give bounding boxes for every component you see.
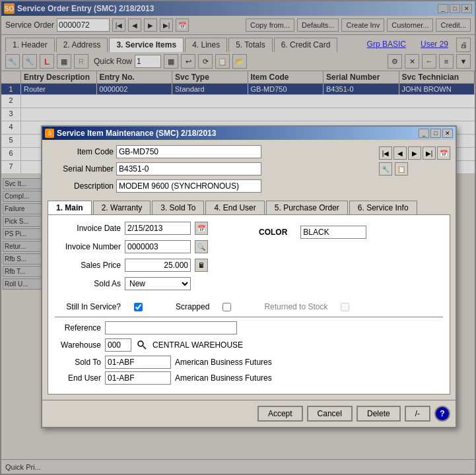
end-user-row: End User American Business Futures — [55, 371, 443, 385]
invoice-date-calendar[interactable]: 📅 — [195, 222, 208, 235]
still-in-service-label: Still In Service? — [55, 302, 121, 311]
modal-nav-prev[interactable]: ◀ — [393, 146, 407, 160]
modal-title-left: S Service Item Maintenance (SMC) 2/18/20… — [45, 129, 216, 138]
color-value-input[interactable] — [300, 226, 366, 239]
modal-nav-first[interactable]: |◀ — [379, 146, 392, 160]
invoice-date-row: Invoice Date 📅 — [55, 222, 239, 235]
color-section: COLOR — [259, 226, 443, 239]
warehouse-row: Warehouse CENTRAL WAREHOUSE — [55, 338, 443, 352]
item-code-row: Item Code — [48, 145, 372, 158]
color-row: COLOR — [259, 226, 443, 239]
end-user-code-input[interactable] — [105, 371, 171, 385]
scrapped-checkbox[interactable] — [222, 303, 231, 311]
delete-button[interactable]: Delete — [357, 406, 401, 422]
warehouse-label: Warehouse — [55, 340, 101, 350]
help-button[interactable]: ? — [434, 406, 450, 422]
reference-input[interactable] — [105, 321, 237, 334]
modal-body: Item Code Serial Number Description — [42, 140, 456, 400]
sold-as-label: Sold As — [55, 279, 121, 288]
modal-icon: S — [45, 129, 54, 138]
svg-point-0 — [138, 341, 143, 346]
modal-nav-next[interactable]: ▶ — [408, 146, 421, 160]
description-row: Description — [48, 179, 372, 193]
checkbox-row: Still In Service? Scrapped Returned to S… — [55, 302, 443, 311]
invoice-date-label: Invoice Date — [55, 224, 121, 233]
warehouse-code-input[interactable] — [105, 338, 131, 352]
reference-label: Reference — [55, 323, 101, 332]
sold-as-row: Sold As New Used Demo Refurbished — [55, 277, 239, 290]
modal-tabs: 1. Main 2. Warranty 3. Sold To 4. End Us… — [48, 201, 450, 215]
color-label: COLOR — [259, 228, 287, 237]
modal-tab-service-info[interactable]: 6. Service Info — [349, 201, 417, 214]
modal-tab-warranty[interactable]: 2. Warranty — [93, 201, 151, 214]
modal-tab-purchase-order[interactable]: 5. Purchase Order — [266, 201, 348, 214]
invoice-number-label: Invoice Number — [55, 242, 121, 251]
sales-price-row: Sales Price 🖩 — [55, 259, 239, 272]
modal-minimize-button[interactable]: _ — [419, 129, 429, 138]
modal-tool-2[interactable]: 📋 — [395, 162, 408, 175]
sales-price-calc[interactable]: 🖩 — [195, 259, 208, 272]
main-window: SO Service Order Entry (SMC) 2/18/2013 _… — [0, 0, 476, 475]
item-code-label: Item Code — [48, 147, 114, 156]
item-code-input[interactable] — [116, 145, 261, 158]
svg-line-1 — [143, 346, 147, 350]
modal-footer: Accept Cancel Delete /- ? — [42, 400, 456, 427]
sold-to-code-input[interactable] — [105, 356, 171, 369]
warehouse-name: CENTRAL WAREHOUSE — [153, 340, 243, 350]
tab-left: Invoice Date 📅 Invoice Number 🔍 Sales Pr… — [55, 222, 239, 296]
modal-tab-end-user[interactable]: 4. End User — [205, 201, 264, 214]
tab-right: COLOR — [246, 222, 443, 296]
modal-nav-last[interactable]: ▶| — [423, 146, 436, 160]
end-user-name: American Business Futures — [175, 373, 272, 383]
description-input[interactable] — [116, 179, 261, 193]
sold-as-select[interactable]: New Used Demo Refurbished — [125, 277, 191, 290]
invoice-date-input[interactable] — [125, 222, 191, 235]
modal-tab-main[interactable]: 1. Main — [48, 201, 92, 214]
reference-row: Reference — [55, 321, 443, 334]
serial-number-input[interactable] — [116, 162, 261, 175]
modal-nav-area: |◀ ◀ ▶ ▶| 📅 🔧 📋 — [379, 146, 450, 175]
end-user-label: End User — [55, 373, 101, 383]
modal-nav-cal[interactable]: 📅 — [437, 146, 450, 160]
sales-price-label: Sales Price — [55, 261, 121, 270]
modal-title-bar: S Service Item Maintenance (SMC) 2/18/20… — [42, 127, 456, 140]
modal-tab-content: Invoice Date 📅 Invoice Number 🔍 Sales Pr… — [48, 215, 450, 395]
separator-1 — [55, 317, 443, 317]
returned-to-stock-checkbox[interactable] — [341, 303, 349, 311]
tab-content-inner: Invoice Date 📅 Invoice Number 🔍 Sales Pr… — [55, 222, 443, 296]
serial-number-label: Serial Number — [48, 164, 114, 174]
modal-dialog: S Service Item Maintenance (SMC) 2/18/20… — [41, 125, 457, 428]
invoice-number-row: Invoice Number 🔍 — [55, 240, 239, 253]
warehouse-search-button[interactable] — [135, 338, 149, 352]
invoice-search-button[interactable]: 🔍 — [195, 240, 208, 253]
modal-tool-1[interactable]: 🔧 — [379, 162, 392, 175]
sales-price-input[interactable] — [125, 259, 191, 272]
cancel-button[interactable]: Cancel — [307, 406, 353, 422]
still-in-service-checkbox[interactable] — [134, 303, 143, 311]
modal-title-buttons: _ □ ✕ — [419, 129, 453, 138]
scrapped-label: Scrapped — [176, 302, 209, 311]
dash-button[interactable]: /- — [405, 406, 430, 422]
modal-close-button[interactable]: ✕ — [442, 129, 453, 138]
serial-number-row: Serial Number — [48, 162, 372, 175]
sold-to-label: Sold To — [55, 358, 101, 367]
modal-maximize-button[interactable]: □ — [430, 129, 441, 138]
accept-button[interactable]: Accept — [257, 406, 303, 422]
sold-to-row: Sold To American Business Futures — [55, 356, 443, 369]
modal-title-text: Service Item Maintenance (SMC) 2/18/2013 — [57, 129, 216, 138]
modal-form-left: Item Code Serial Number Description — [48, 145, 372, 197]
invoice-number-input[interactable] — [125, 240, 191, 253]
returned-to-stock-label: Returned to Stock — [264, 302, 327, 311]
modal-nav-buttons: |◀ ◀ ▶ ▶| 📅 — [379, 146, 450, 160]
modal-tab-sold-to[interactable]: 3. Sold To — [152, 201, 204, 214]
description-label: Description — [48, 181, 114, 191]
sold-to-name: American Business Futures — [175, 358, 272, 367]
modal-tool-buttons: 🔧 📋 — [379, 162, 450, 175]
